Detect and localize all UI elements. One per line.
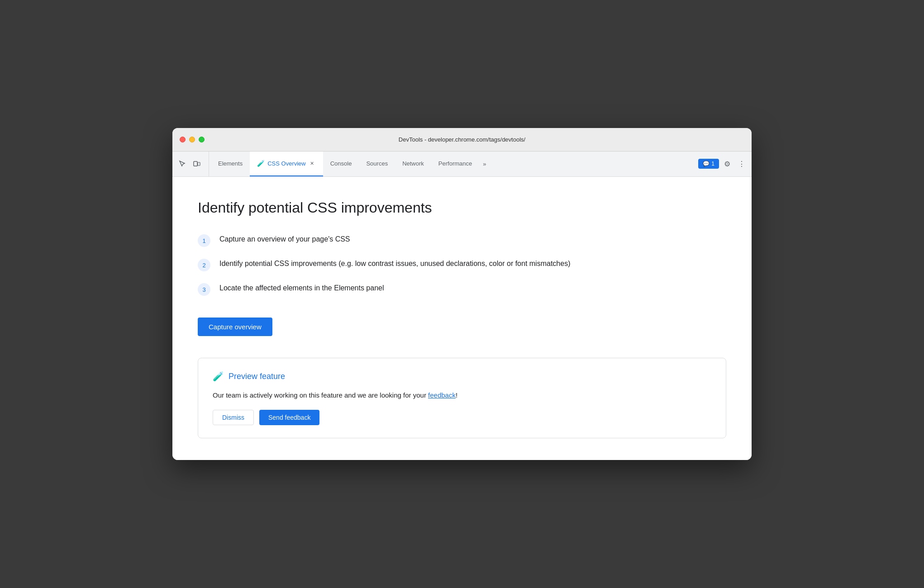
preview-flask-icon: 🧪	[213, 371, 224, 382]
flask-icon: 🧪	[257, 160, 265, 167]
vertical-dots-icon: ⋮	[738, 160, 745, 168]
notification-button[interactable]: 💬 1	[698, 159, 719, 169]
toolbar-right: 💬 1 ⚙ ⋮	[695, 152, 748, 176]
more-tabs-button[interactable]: »	[479, 152, 490, 176]
notification-icon: 💬	[703, 161, 710, 167]
toolbar-icons	[176, 152, 209, 176]
preview-header: 🧪 Preview feature	[213, 371, 711, 382]
page-title: Identify potential CSS improvements	[198, 199, 726, 218]
step-number-2: 2	[198, 259, 210, 271]
tab-console[interactable]: Console	[323, 152, 359, 176]
step-item-3: 3 Locate the affected elements in the El…	[198, 282, 726, 296]
steps-list: 1 Capture an overview of your page's CSS…	[198, 233, 726, 296]
step-number-3: 3	[198, 283, 210, 296]
close-button[interactable]	[180, 137, 186, 142]
devtools-toolbar: Elements 🧪 CSS Overview ✕ Console Source…	[172, 152, 752, 177]
svg-rect-0	[194, 161, 197, 166]
gear-icon: ⚙	[724, 160, 730, 168]
feedback-link[interactable]: feedback	[428, 391, 456, 399]
preview-text-before: Our team is actively working on this fea…	[213, 391, 428, 399]
tab-elements[interactable]: Elements	[211, 152, 250, 176]
capture-overview-button[interactable]: Capture overview	[198, 318, 272, 336]
step-text-2: Identify potential CSS improvements (e.g…	[219, 258, 570, 270]
preview-text-after: !	[456, 391, 457, 399]
tab-network[interactable]: Network	[395, 152, 431, 176]
preview-buttons: Dismiss Send feedback	[213, 410, 711, 425]
tab-css-overview[interactable]: 🧪 CSS Overview ✕	[250, 152, 323, 176]
step-item-1: 1 Capture an overview of your page's CSS	[198, 233, 726, 247]
device-icon	[193, 160, 200, 167]
device-toolbar-button[interactable]	[191, 157, 203, 170]
settings-button[interactable]: ⚙	[721, 157, 733, 170]
send-feedback-button[interactable]: Send feedback	[259, 410, 319, 425]
step-text-1: Capture an overview of your page's CSS	[219, 233, 350, 245]
step-item-2: 2 Identify potential CSS improvements (e…	[198, 258, 726, 271]
cursor-icon	[179, 160, 186, 167]
dismiss-button[interactable]: Dismiss	[213, 410, 254, 425]
minimize-button[interactable]	[189, 137, 195, 142]
svg-rect-1	[198, 162, 200, 166]
step-text-3: Locate the affected elements in the Elem…	[219, 282, 384, 294]
preview-title: Preview feature	[229, 372, 285, 381]
tabs-area: Elements 🧪 CSS Overview ✕ Console Source…	[211, 152, 695, 176]
preview-feature-box: 🧪 Preview feature Our team is actively w…	[198, 358, 726, 438]
tab-performance[interactable]: Performance	[431, 152, 479, 176]
traffic-lights	[180, 137, 205, 142]
more-options-button[interactable]: ⋮	[735, 157, 748, 170]
devtools-window: DevTools - developer.chrome.com/tags/dev…	[172, 128, 752, 460]
inspect-element-button[interactable]	[176, 157, 189, 170]
step-number-1: 1	[198, 234, 210, 247]
title-bar: DevTools - developer.chrome.com/tags/dev…	[172, 128, 752, 152]
maximize-button[interactable]	[199, 137, 205, 142]
main-content: Identify potential CSS improvements 1 Ca…	[172, 177, 752, 460]
tab-sources[interactable]: Sources	[359, 152, 395, 176]
preview-description: Our team is actively working on this fea…	[213, 390, 711, 401]
window-title: DevTools - developer.chrome.com/tags/dev…	[180, 136, 744, 143]
tab-close-button[interactable]: ✕	[309, 160, 316, 167]
